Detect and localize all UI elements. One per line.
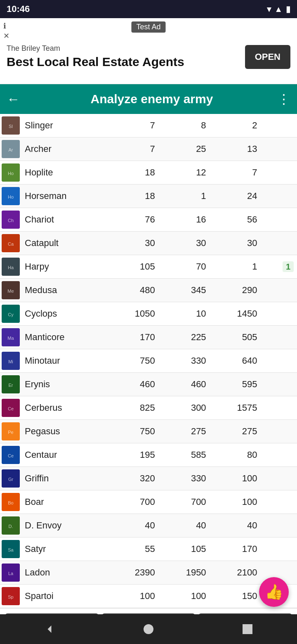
unit-name: D. Envoy [21, 514, 107, 537]
signal-icon: ▲ [274, 5, 283, 14]
unit-badge-cell [260, 232, 297, 255]
nav-back-button[interactable] [37, 617, 62, 642]
nav-recents-button[interactable] [235, 617, 260, 642]
table-row[interactable]: Ch Chariot 76 16 56 [0, 208, 297, 232]
unit-name: Horseman [21, 185, 107, 208]
unit-col3: 595 [210, 373, 261, 396]
unit-badge-cell [260, 514, 297, 537]
unit-col3: 30 [210, 232, 261, 255]
unit-icon-cell: Ca [0, 232, 21, 255]
svg-text:Pe: Pe [8, 430, 13, 435]
unit-col2: 460 [158, 373, 210, 396]
unit-col3: 640 [210, 349, 261, 373]
unit-icon-cell: Pe [0, 420, 21, 443]
unit-badge-cell [260, 208, 297, 232]
thumbs-up-fab[interactable]: 👍 [259, 577, 289, 607]
table-row[interactable]: Cy Cyclops 1050 10 1450 [0, 302, 297, 326]
table-row[interactable]: Ho Hoplite 18 12 7 [0, 161, 297, 185]
unit-icon-cell: Ce [0, 443, 21, 467]
unit-col1: 825 [107, 396, 158, 420]
unit-icon-cell: Cy [0, 302, 21, 326]
unit-badge-cell [260, 326, 297, 349]
unit-badge-cell [260, 161, 297, 185]
back-button[interactable]: ← [7, 92, 20, 107]
close-icon[interactable]: ✕ [3, 31, 9, 40]
unit-col1: 320 [107, 467, 158, 490]
svg-text:Ma: Ma [7, 336, 14, 341]
unit-name: Catapult [21, 232, 107, 255]
table-row[interactable]: Ha Harpy 105 70 1 1 [0, 255, 297, 279]
table-row[interactable]: Ho Horseman 18 1 24 [0, 185, 297, 208]
unit-badge-cell [260, 114, 297, 137]
unit-col3: 1575 [210, 396, 261, 420]
unit-name: Hoplite [21, 161, 107, 185]
unit-badge-cell [260, 185, 297, 208]
svg-rect-44 [243, 624, 252, 634]
unit-icon-cell: Ho [0, 185, 21, 208]
table-row[interactable]: La Ladon 2390 1950 2100 [0, 561, 297, 585]
unit-col3: 290 [210, 279, 261, 302]
unit-col1: 1050 [107, 302, 158, 326]
unit-col3: 505 [210, 326, 261, 349]
table-row[interactable]: Er Erynis 460 460 595 [0, 373, 297, 396]
svg-text:Ch: Ch [8, 218, 14, 223]
table-row[interactable]: Pe Pegasus 750 275 275 [0, 420, 297, 443]
unit-col3: 80 [210, 443, 261, 467]
table-row[interactable]: Ar Archer 7 25 13 [0, 137, 297, 161]
unit-icon-cell: Gr [0, 467, 21, 490]
table-row[interactable]: Me Medusa 480 345 290 [0, 279, 297, 302]
ad-open-button[interactable]: OPEN [245, 45, 290, 69]
unit-name: Satyr [21, 537, 107, 561]
table-row[interactable]: Mi Minotaur 750 330 640 [0, 349, 297, 373]
unit-col3: 56 [210, 208, 261, 232]
unit-icon-cell: Ho [0, 161, 21, 185]
unit-col2: 225 [158, 326, 210, 349]
table-row[interactable]: Ca Catapult 30 30 30 [0, 232, 297, 255]
table-row[interactable]: D. D. Envoy 40 40 40 [0, 514, 297, 537]
unit-icon-cell: Sl [0, 114, 21, 137]
svg-marker-42 [48, 625, 52, 633]
unit-name: Spartoi [21, 585, 107, 608]
more-menu-button[interactable]: ⋮ [277, 91, 290, 107]
unit-col1: 105 [107, 255, 158, 279]
unit-col3: 275 [210, 420, 261, 443]
svg-text:Er: Er [9, 383, 13, 388]
svg-text:Sa: Sa [8, 547, 14, 552]
table-row[interactable]: Ma Manticore 170 225 505 [0, 326, 297, 349]
unit-icon-cell: Ma [0, 326, 21, 349]
unit-col2: 100 [158, 585, 210, 608]
unit-icon-cell: Er [0, 373, 21, 396]
table-row[interactable]: Sl Slinger 7 8 2 [0, 114, 297, 137]
unit-col1: 700 [107, 490, 158, 514]
unit-col2: 1950 [158, 561, 210, 585]
table-row[interactable]: Ce Cerberus 825 300 1575 [0, 396, 297, 420]
unit-col2: 40 [158, 514, 210, 537]
unit-col3: 170 [210, 537, 261, 561]
table-row[interactable]: Sa Satyr 55 105 170 [0, 537, 297, 561]
ad-content: The Briley Team Best Local Real Estate A… [7, 44, 290, 69]
status-icons: ▾ ▲ ▮ [267, 4, 290, 14]
unit-name: Manticore [21, 326, 107, 349]
unit-col3: 2 [210, 114, 261, 137]
unit-col2: 585 [158, 443, 210, 467]
table-row[interactable]: Bo Boar 700 700 100 [0, 490, 297, 514]
nav-home-button[interactable] [136, 617, 161, 642]
unit-icon-cell: Ch [0, 208, 21, 232]
svg-text:Ha: Ha [8, 265, 14, 270]
unit-icon-cell: Ar [0, 137, 21, 161]
table-row[interactable]: Sp Spartoi 100 100 150 [0, 585, 297, 608]
table-row[interactable]: Gr Griffin 320 330 100 [0, 467, 297, 490]
table-row[interactable]: Ce Centaur 195 585 80 [0, 443, 297, 467]
unit-col1: 7 [107, 137, 158, 161]
unit-name: Cyclops [21, 302, 107, 326]
unit-icon-cell: Mi [0, 349, 21, 373]
unit-name: Slinger [21, 114, 107, 137]
unit-col3: 13 [210, 137, 261, 161]
unit-col2: 12 [158, 161, 210, 185]
unit-col3: 7 [210, 161, 261, 185]
info-icon[interactable]: ℹ [3, 21, 9, 31]
unit-col3: 2100 [210, 561, 261, 585]
unit-badge-cell [260, 302, 297, 326]
unit-col3: 150 [210, 585, 261, 608]
unit-name: Griffin [21, 467, 107, 490]
